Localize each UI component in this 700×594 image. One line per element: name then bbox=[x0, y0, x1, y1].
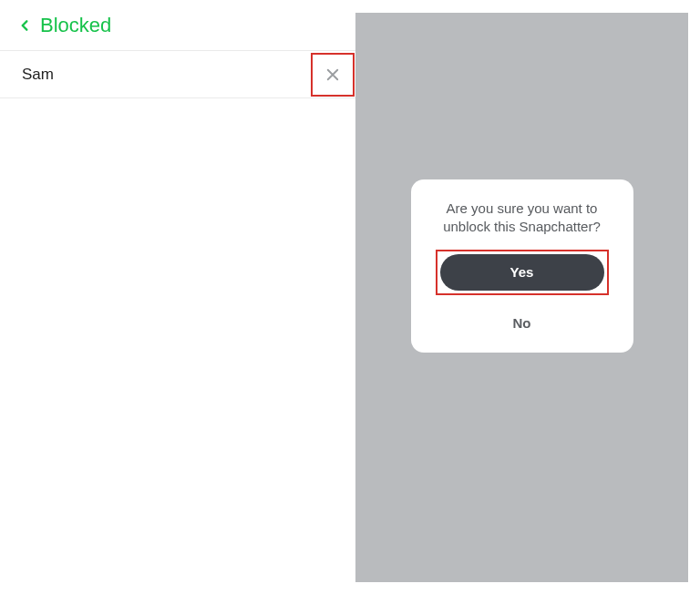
blocked-user-row[interactable]: Sam bbox=[0, 51, 355, 98]
confirmation-panel: Are you sure you want to unblock this Sn… bbox=[355, 13, 688, 582]
blocked-user-name: Sam bbox=[22, 66, 311, 84]
yes-button-highlight: Yes bbox=[436, 250, 609, 295]
dialog-message-line1: Are you sure you want to bbox=[447, 200, 598, 216]
close-icon bbox=[324, 67, 341, 83]
dialog-message: Are you sure you want to unblock this Sn… bbox=[439, 200, 604, 237]
back-button[interactable] bbox=[18, 17, 31, 34]
blocked-list-panel: Blocked Sam bbox=[0, 0, 355, 594]
unblock-confirm-dialog: Are you sure you want to unblock this Sn… bbox=[411, 179, 633, 353]
header-bar: Blocked bbox=[0, 0, 355, 51]
yes-button[interactable]: Yes bbox=[440, 254, 604, 291]
page-title: Blocked bbox=[40, 14, 111, 37]
no-button[interactable]: No bbox=[495, 310, 550, 336]
chevron-left-icon bbox=[18, 17, 31, 34]
unblock-button[interactable] bbox=[311, 53, 355, 97]
dialog-message-line2: unblock this Snapchatter? bbox=[443, 219, 601, 234]
